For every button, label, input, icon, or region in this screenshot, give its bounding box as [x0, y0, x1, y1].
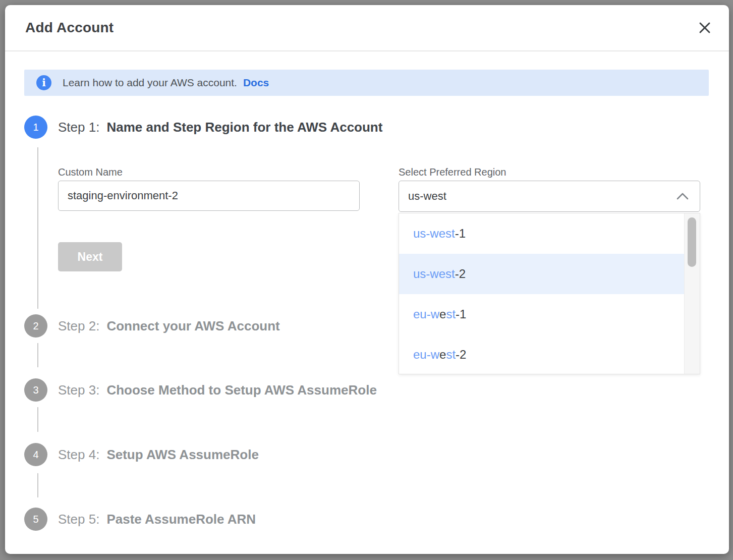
- option-text-matched: eu-w: [413, 348, 439, 361]
- option-text-matched: us-west: [413, 227, 455, 240]
- step-1-heading: Step 1:Name and Step Region for the AWS …: [58, 116, 382, 139]
- dropdown-option-us-west-2[interactable]: us-west-2: [399, 254, 685, 294]
- step-connector: [37, 473, 38, 497]
- custom-name-label: Custom Name: [58, 166, 123, 178]
- modal-header: Add Account: [5, 5, 729, 51]
- option-text: -2: [455, 267, 466, 281]
- step-2-circle: 2: [24, 314, 47, 338]
- option-text-matched: st: [446, 348, 456, 361]
- close-button[interactable]: [698, 21, 712, 35]
- step-3-prefix: Step 3:: [58, 382, 99, 398]
- step-connector: [37, 343, 38, 367]
- custom-name-input[interactable]: [58, 181, 360, 211]
- add-account-modal: Add Account i Learn how to add your AWS …: [5, 5, 729, 554]
- info-banner: i Learn how to add your AWS account. Doc…: [24, 70, 709, 96]
- step-1-prefix: Step 1:: [58, 120, 99, 135]
- step-3-heading: Step 3:Choose Method to Setup AWS Assume…: [58, 378, 377, 402]
- step-4-prefix: Step 4:: [58, 447, 99, 462]
- region-select-input[interactable]: [399, 181, 700, 212]
- close-icon: [698, 21, 712, 35]
- region-label: Select Preferred Region: [399, 166, 506, 178]
- option-text: -2: [456, 348, 466, 361]
- region-dropdown: us-west-1 us-west-2 eu-west-1 eu-west-2: [399, 213, 700, 374]
- step-connector: [37, 407, 38, 432]
- step-2-title: Connect your AWS Account: [106, 318, 279, 333]
- screen: Add Account i Learn how to add your AWS …: [0, 0, 733, 560]
- step-5-prefix: Step 5:: [58, 512, 99, 527]
- step-1-circle: 1: [24, 116, 47, 139]
- option-text-matched: us-west: [413, 267, 455, 281]
- step-5-circle: 5: [24, 508, 47, 531]
- dropdown-option-us-west-1[interactable]: us-west-1: [399, 213, 685, 254]
- dropdown-scrollbar-thumb[interactable]: [688, 217, 696, 267]
- option-text: -1: [456, 307, 466, 321]
- option-text-matched: eu-w: [413, 307, 439, 321]
- step-3-title: Choose Method to Setup AWS AssumeRole: [106, 382, 376, 398]
- step-3-circle: 3: [24, 378, 47, 402]
- next-button[interactable]: Next: [58, 242, 122, 271]
- option-text: e: [439, 348, 446, 361]
- region-select: [399, 181, 700, 212]
- info-icon: i: [36, 75, 51, 90]
- step-connector: [37, 147, 38, 309]
- dropdown-option-eu-west-2[interactable]: eu-west-2: [399, 334, 685, 375]
- modal-title: Add Account: [25, 5, 114, 50]
- dropdown-option-eu-west-1[interactable]: eu-west-1: [399, 294, 685, 334]
- chevron-up-icon[interactable]: [675, 192, 690, 203]
- info-banner-text: Learn how to add your AWS account.: [63, 77, 237, 89]
- step-2-heading: Step 2:Connect your AWS Account: [58, 314, 280, 338]
- dropdown-scrollbar: [684, 213, 700, 374]
- option-text: e: [439, 307, 446, 321]
- step-1-title: Name and Step Region for the AWS Account: [106, 120, 382, 135]
- step-4-circle: 4: [24, 443, 47, 466]
- docs-link[interactable]: Docs: [243, 77, 269, 89]
- step-2-prefix: Step 2:: [58, 318, 99, 333]
- option-text: -1: [455, 227, 466, 240]
- step-5-title: Paste AssumeRole ARN: [106, 512, 256, 527]
- step-4-heading: Step 4:Setup AWS AssumeRole: [58, 443, 259, 466]
- step-4-title: Setup AWS AssumeRole: [106, 447, 258, 462]
- step-5-heading: Step 5:Paste AssumeRole ARN: [58, 508, 256, 531]
- option-text-matched: st: [446, 307, 456, 321]
